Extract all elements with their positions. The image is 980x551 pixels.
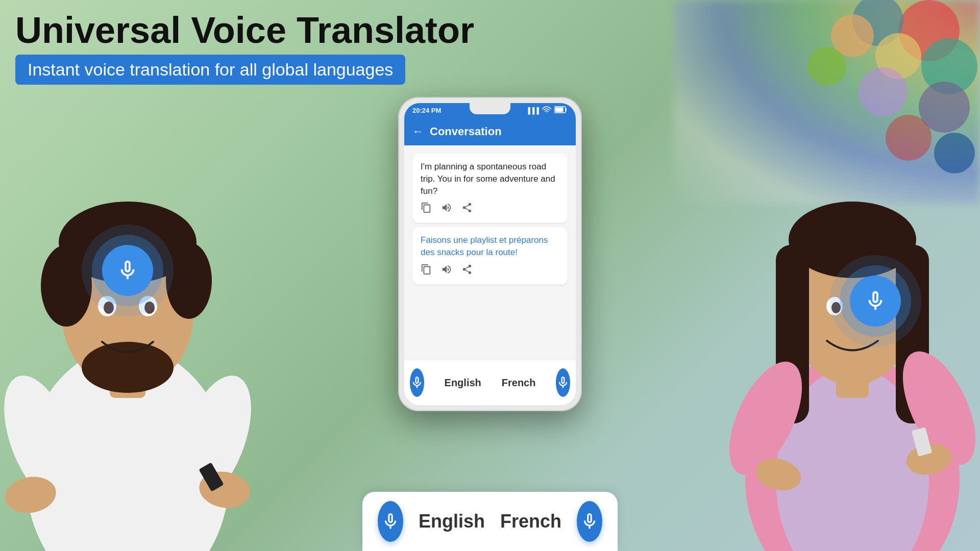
battery-icon [554, 106, 568, 115]
chat-area: I'm planning a spontaneous road trip. Yo… [404, 145, 576, 360]
message-bubble-2: Faisons une playlist et préparons des sn… [412, 227, 568, 285]
svg-point-19 [104, 302, 114, 314]
svg-point-15 [166, 242, 212, 319]
app-subtitle: Instant voice translation for all global… [15, 55, 405, 85]
phone-screen: 20:24 PM ▐▐▐ [404, 103, 576, 405]
message-text-1: I'm planning a spontaneous road trip. Yo… [421, 161, 559, 197]
message-actions-1 [421, 202, 559, 216]
signal-icon: ▐▐▐ [526, 107, 539, 114]
svg-rect-43 [555, 108, 564, 112]
mic-button-right[interactable] [850, 276, 901, 327]
svg-point-16 [82, 342, 174, 393]
phone-lang-right: French [502, 377, 536, 389]
message-actions-2 [421, 264, 559, 278]
copy-icon-1[interactable] [421, 202, 432, 216]
copy-icon-2[interactable] [421, 264, 432, 278]
phone-mic-right[interactable] [556, 368, 570, 397]
phone-frame: 20:24 PM ▐▐▐ [398, 97, 582, 411]
svg-point-35 [831, 302, 841, 313]
phone-lang-left: English [445, 377, 481, 389]
wifi-icon [542, 106, 551, 115]
person-left [0, 92, 255, 551]
phone-mic-left[interactable] [410, 368, 424, 397]
phone-notch [470, 103, 510, 114]
app-title: Universal Voice Translator [15, 10, 474, 51]
bottom-mic-right[interactable] [577, 501, 602, 542]
bottom-language-bar: English French [362, 492, 618, 551]
status-time: 20:24 PM [412, 107, 441, 114]
app-bar: ← Conversation [404, 118, 576, 145]
conversation-title: Conversation [430, 125, 502, 138]
bottom-lang-left: English [419, 511, 485, 532]
mic-button-left[interactable] [102, 245, 153, 296]
back-button[interactable]: ← [412, 125, 424, 138]
phone-bottom-bar: English French [404, 360, 576, 405]
header: Universal Voice Translator Instant voice… [15, 10, 474, 85]
svg-point-20 [144, 302, 155, 314]
share-icon-1[interactable] [461, 202, 473, 216]
status-icons: ▐▐▐ [526, 106, 568, 115]
bottom-lang-right: French [500, 511, 561, 532]
svg-point-7 [807, 47, 846, 86]
svg-point-14 [41, 245, 92, 327]
message-text-2: Faisons une playlist et préparons des sn… [421, 234, 559, 259]
speaker-icon-2[interactable] [441, 264, 452, 278]
message-bubble-1: I'm planning a spontaneous road trip. Yo… [412, 154, 568, 223]
bottom-mic-left[interactable] [378, 501, 403, 542]
share-icon-2[interactable] [461, 264, 473, 278]
phone-mockup: 20:24 PM ▐▐▐ [398, 97, 582, 411]
speaker-icon-1[interactable] [441, 202, 452, 216]
